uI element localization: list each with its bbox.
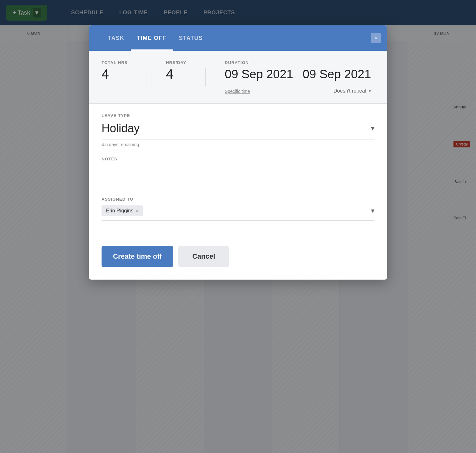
- notes-group: NOTES: [102, 157, 374, 187]
- tab-status[interactable]: STATUS: [173, 25, 209, 51]
- hrs-day-label: HRS/DAY: [166, 60, 186, 65]
- leave-type-group: LEAVE TYPE Holiday ▾ 4.5 days remaining: [102, 113, 374, 147]
- leave-type-label: LEAVE TYPE: [102, 113, 374, 118]
- tab-time-off[interactable]: TIME OFF: [131, 25, 173, 51]
- modal-header: TASK TIME OFF STATUS ×: [89, 25, 387, 51]
- notes-label: NOTES: [102, 157, 374, 161]
- stats-divider-2: [205, 68, 206, 87]
- notes-input[interactable]: [102, 165, 374, 187]
- create-time-off-button[interactable]: Create time off: [102, 246, 173, 267]
- duration-group: DURATION 09 Sep 2021 09 Sep 2021 Specifi…: [225, 60, 371, 94]
- assigned-tag-0: Erin Riggins ×: [102, 205, 143, 216]
- assigned-to-group: ASSIGNED TO Erin Riggins × ▾: [102, 197, 374, 221]
- stats-divider-1: [147, 68, 147, 87]
- stats-row: TOTAL HRS 4 HRS/DAY 4 DURATION 09 Sep 20…: [102, 60, 374, 94]
- form-section: LEAVE TYPE Holiday ▾ 4.5 days remaining …: [89, 104, 387, 240]
- specific-time-link[interactable]: Specific time: [225, 89, 250, 94]
- total-hrs-group: TOTAL HRS 4: [102, 60, 128, 81]
- days-remaining: 4.5 days remaining: [102, 142, 374, 147]
- modal-overlay: TASK TIME OFF STATUS × TOTAL HRS 4: [0, 0, 476, 453]
- modal-close-button[interactable]: ×: [371, 33, 381, 43]
- leave-type-select[interactable]: Holiday ▾: [102, 122, 374, 139]
- assignee-remove[interactable]: ×: [136, 208, 138, 213]
- leave-type-chevron: ▾: [371, 124, 374, 133]
- assigned-to-label: ASSIGNED TO: [102, 197, 374, 202]
- hrs-day-value: 4: [166, 68, 186, 81]
- hrs-day-group: HRS/DAY 4: [166, 60, 186, 81]
- repeat-chevron: ▾: [369, 88, 371, 94]
- duration-label: DURATION: [225, 60, 371, 65]
- cancel-button[interactable]: Cancel: [178, 246, 229, 267]
- duration-end-date[interactable]: 09 Sep 2021: [303, 68, 371, 81]
- actions-section: Create time off Cancel: [89, 240, 387, 280]
- duration-dates: 09 Sep 2021 09 Sep 2021: [225, 68, 371, 81]
- modal-body: TOTAL HRS 4 HRS/DAY 4 DURATION 09 Sep 20…: [89, 51, 387, 280]
- repeat-label: Doesn't repeat: [334, 88, 367, 94]
- leave-type-value: Holiday: [102, 122, 140, 135]
- total-hrs-label: TOTAL HRS: [102, 60, 128, 65]
- duration-start-date[interactable]: 09 Sep 2021: [225, 68, 293, 81]
- assignee-name: Erin Riggins: [106, 208, 133, 214]
- total-hrs-value: 4: [102, 68, 128, 81]
- stats-section: TOTAL HRS 4 HRS/DAY 4 DURATION 09 Sep 20…: [89, 51, 387, 104]
- tab-task[interactable]: TASK: [102, 25, 131, 51]
- repeat-dropdown[interactable]: Doesn't repeat ▾: [334, 88, 371, 94]
- assigned-tags: Erin Riggins ×: [102, 205, 143, 216]
- assigned-to-select[interactable]: Erin Riggins × ▾: [102, 205, 374, 221]
- time-off-modal: TASK TIME OFF STATUS × TOTAL HRS 4: [89, 25, 387, 280]
- assigned-chevron: ▾: [371, 207, 374, 215]
